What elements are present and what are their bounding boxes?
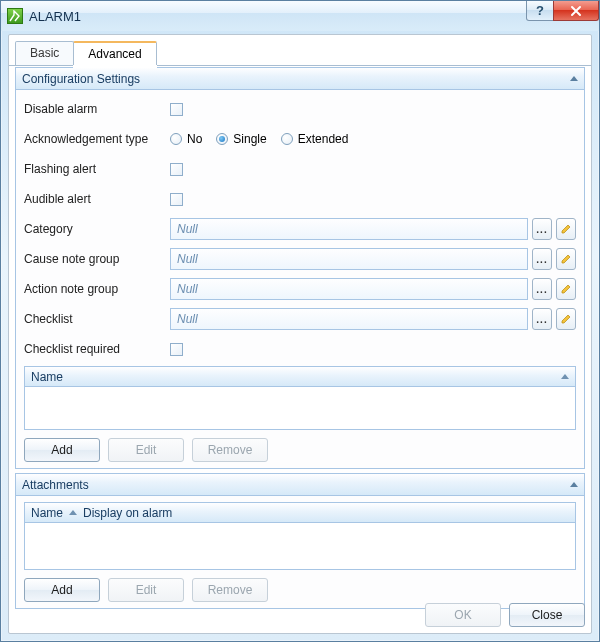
attachments-col-name-label: Name xyxy=(31,506,63,520)
checklist-col-name[interactable]: Name xyxy=(31,370,63,384)
field-category[interactable]: Null xyxy=(170,218,528,240)
tab-basic-label: Basic xyxy=(30,46,59,60)
pencil-icon xyxy=(560,223,572,235)
dialog-button-bar: OK Close xyxy=(425,603,585,627)
attachments-add-button[interactable]: Add xyxy=(24,578,100,602)
tab-advanced[interactable]: Advanced xyxy=(73,41,156,65)
browse-action-note-button[interactable]: ... xyxy=(532,278,552,300)
sort-arrow-icon xyxy=(69,510,77,515)
client-area: Basic Advanced Configuration Settings Di… xyxy=(8,34,592,634)
attachments-grid-header[interactable]: Name Display on alarm xyxy=(25,503,575,523)
row-action-note-group: Action note group Null ... xyxy=(24,276,576,302)
checklist-col-name-label: Name xyxy=(31,370,63,384)
window-title: ALARM1 xyxy=(29,9,81,24)
title-bar: ALARM1 ? xyxy=(1,1,599,31)
section-configuration-header[interactable]: Configuration Settings xyxy=(16,68,584,90)
radio-ack-no-label: No xyxy=(187,132,202,146)
attachments-col-display[interactable]: Display on alarm xyxy=(83,506,172,520)
radio-ack-extended-label: Extended xyxy=(298,132,349,146)
section-configuration: Configuration Settings Disable alarm Ack… xyxy=(15,67,585,469)
btn-label: OK xyxy=(454,608,471,622)
browse-checklist-button[interactable]: ... xyxy=(532,308,552,330)
radio-ack-single[interactable]: Single xyxy=(216,132,266,146)
field-cause-note-group[interactable]: Null xyxy=(170,248,528,270)
tab-basic[interactable]: Basic xyxy=(15,41,74,65)
close-button[interactable]: Close xyxy=(509,603,585,627)
row-checklist: Checklist Null ... xyxy=(24,306,576,332)
checkbox-checklist-required[interactable] xyxy=(170,343,183,356)
attachments-col-name[interactable]: Name xyxy=(31,506,83,520)
edit-category-button[interactable] xyxy=(556,218,576,240)
section-attachments-header[interactable]: Attachments xyxy=(16,474,584,496)
section-attachments-body: Name Display on alarm Add Edit Remove xyxy=(16,496,584,608)
btn-label: Add xyxy=(51,583,72,597)
radio-ack-no[interactable]: No xyxy=(170,132,202,146)
ellipsis-icon: ... xyxy=(536,254,547,265)
label-category: Category xyxy=(24,222,170,236)
chevron-up-icon xyxy=(570,76,578,81)
edit-checklist-button[interactable] xyxy=(556,308,576,330)
radio-icon xyxy=(281,133,293,145)
checklist-add-button[interactable]: Add xyxy=(24,438,100,462)
field-checklist[interactable]: Null xyxy=(170,308,528,330)
checklist-button-row: Add Edit Remove xyxy=(24,434,576,462)
section-configuration-body: Disable alarm Acknowledgement type No xyxy=(16,90,584,468)
help-button[interactable]: ? xyxy=(526,1,554,21)
field-action-note-group[interactable]: Null xyxy=(170,278,528,300)
window-buttons: ? xyxy=(527,1,599,21)
row-ack-type: Acknowledgement type No Single xyxy=(24,126,576,152)
btn-label: Remove xyxy=(208,583,253,597)
sort-arrow-icon xyxy=(561,374,569,379)
close-window-button[interactable] xyxy=(553,1,599,21)
label-disable-alarm: Disable alarm xyxy=(24,102,170,116)
checkbox-disable-alarm[interactable] xyxy=(170,103,183,116)
checklist-edit-button: Edit xyxy=(108,438,184,462)
row-cause-note-group: Cause note group Null ... xyxy=(24,246,576,272)
attachments-col-display-label: Display on alarm xyxy=(83,506,172,520)
radio-ack-extended[interactable]: Extended xyxy=(281,132,349,146)
btn-label: Close xyxy=(532,608,563,622)
app-icon xyxy=(7,8,23,24)
section-configuration-title: Configuration Settings xyxy=(22,72,140,86)
row-disable-alarm: Disable alarm xyxy=(24,96,576,122)
ellipsis-icon: ... xyxy=(536,314,547,325)
section-attachments: Attachments Name Display on alarm xyxy=(15,473,585,609)
radio-icon xyxy=(216,133,228,145)
checklist-grid-header[interactable]: Name xyxy=(25,367,575,387)
label-checklist: Checklist xyxy=(24,312,170,326)
btn-label: Add xyxy=(51,443,72,457)
chevron-up-icon xyxy=(570,482,578,487)
checklist-grid: Name xyxy=(24,366,576,430)
btn-label: Edit xyxy=(136,583,157,597)
label-action-note-group: Action note group xyxy=(24,282,170,296)
edit-action-note-button[interactable] xyxy=(556,278,576,300)
edit-cause-note-button[interactable] xyxy=(556,248,576,270)
btn-label: Edit xyxy=(136,443,157,457)
pencil-icon xyxy=(560,283,572,295)
tab-body: Configuration Settings Disable alarm Ack… xyxy=(15,67,585,627)
attachments-grid-body xyxy=(25,523,575,569)
radio-icon xyxy=(170,133,182,145)
label-ack-type: Acknowledgement type xyxy=(24,132,170,146)
radio-ack-single-label: Single xyxy=(233,132,266,146)
tab-advanced-label: Advanced xyxy=(88,47,141,61)
browse-category-button[interactable]: ... xyxy=(532,218,552,240)
checkbox-audible-alert[interactable] xyxy=(170,193,183,206)
row-audible-alert: Audible alert xyxy=(24,186,576,212)
tab-row: Basic Advanced xyxy=(9,35,591,66)
radio-group-ack-type: No Single Extended xyxy=(170,132,348,146)
label-audible-alert: Audible alert xyxy=(24,192,170,206)
browse-cause-note-button[interactable]: ... xyxy=(532,248,552,270)
attachments-button-row: Add Edit Remove xyxy=(24,574,576,602)
attachments-remove-button: Remove xyxy=(192,578,268,602)
ellipsis-icon: ... xyxy=(536,224,547,235)
row-flashing-alert: Flashing alert xyxy=(24,156,576,182)
ellipsis-icon: ... xyxy=(536,284,547,295)
pencil-icon xyxy=(560,253,572,265)
label-cause-note-group: Cause note group xyxy=(24,252,170,266)
label-checklist-required: Checklist required xyxy=(24,342,170,356)
help-icon: ? xyxy=(536,3,544,18)
label-flashing-alert: Flashing alert xyxy=(24,162,170,176)
running-man-icon xyxy=(9,10,21,22)
checkbox-flashing-alert[interactable] xyxy=(170,163,183,176)
